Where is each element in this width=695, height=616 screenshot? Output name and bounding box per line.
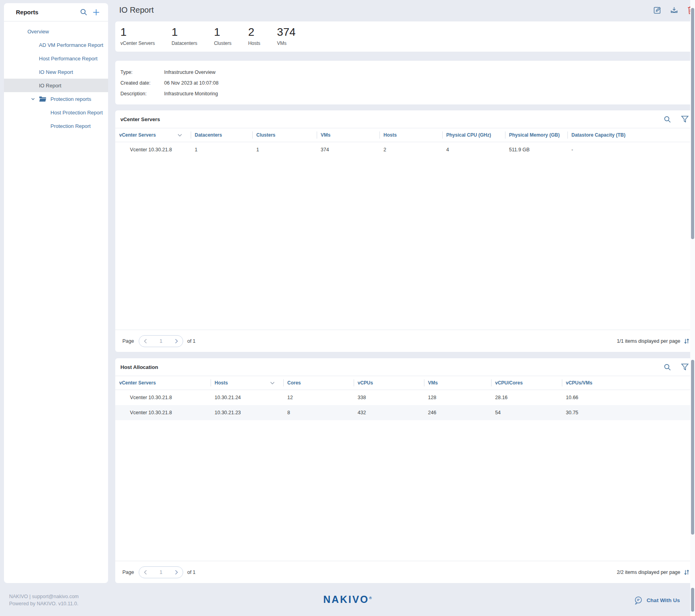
sidebar-item-io-new-report[interactable]: IO New Report	[4, 65, 108, 79]
table-search-icon[interactable]	[664, 116, 671, 123]
summary-stats-card: 1vCenter Servers1Datacenters1Clusters2Ho…	[115, 21, 695, 52]
stat-value: 1	[120, 26, 155, 39]
add-report-icon[interactable]	[92, 8, 100, 16]
column-header-physical-memory-gb[interactable]: Physical Memory (GB)	[505, 128, 567, 142]
items-per-page-icon[interactable]	[684, 569, 689, 575]
sidebar-item-label: AD VM Performance Report	[39, 42, 103, 48]
registered-mark: ®	[369, 596, 372, 600]
sidebar-item-label: Host Performance Report	[39, 56, 97, 62]
table-cell: 28.16	[491, 395, 562, 400]
nakivo-logo: NAKIVO®	[323, 594, 372, 605]
chevron-down-icon[interactable]	[31, 97, 35, 101]
page-of-label: of 1	[187, 338, 196, 344]
table-search-icon[interactable]	[664, 363, 671, 371]
chat-label: Chat With Us	[647, 597, 680, 603]
folder-icon	[39, 96, 46, 102]
page-prev-icon[interactable]	[144, 570, 147, 575]
column-header-label: VMs	[428, 380, 438, 386]
page-next-icon[interactable]	[175, 570, 178, 575]
column-header-vms[interactable]: VMs	[317, 128, 379, 142]
column-header-label: Clusters	[256, 132, 275, 138]
sidebar-item-host-performance-report[interactable]: Host Performance Report	[4, 52, 108, 65]
table-pagination: Page 1 of 1 2/2 items displayed per page	[115, 561, 695, 583]
stat-vms: 374VMs	[277, 26, 296, 52]
column-header-label: Datacenters	[195, 132, 222, 138]
column-header-vms[interactable]: VMs	[424, 376, 491, 390]
page-prev-icon[interactable]	[144, 339, 147, 344]
table-cell: 54	[491, 410, 562, 415]
table-cell: 12	[283, 395, 354, 400]
column-header-vcpu-cores[interactable]: vCPU/Cores	[491, 376, 562, 390]
panel-title: Host Allocation	[120, 364, 158, 370]
footer-support-line: NAKIVO | support@nakivo.com	[9, 593, 79, 600]
search-icon[interactable]	[80, 8, 87, 16]
report-list: OverviewAD VM Performance ReportHost Per…	[4, 21, 108, 133]
host-allocation-panel: Host Allocation vCenter ServersHostsCore…	[115, 358, 695, 583]
sidebar-item-label: Protection Report	[50, 123, 91, 129]
table-filter-icon[interactable]	[681, 116, 689, 123]
table-cell: 374	[317, 147, 379, 153]
detail-value: Infrastructure Overview	[164, 70, 215, 75]
column-header-label: Datastore Capacity (TB)	[571, 132, 625, 138]
table-cell: Vcenter 10.30.21.8	[115, 395, 211, 400]
scrollbar-thumb[interactable]	[691, 8, 694, 239]
sidebar-item-host-protection-report[interactable]: Host Protection Report	[4, 106, 108, 119]
report-details-card: Type:Infrastructure OverviewCreated date…	[115, 61, 695, 104]
table-filter-icon[interactable]	[681, 363, 689, 371]
detail-row: Type:Infrastructure Overview	[120, 67, 695, 77]
column-header-label: Hosts	[383, 132, 397, 138]
page-number[interactable]: 1	[160, 338, 163, 344]
stat-hosts: 2Hosts	[248, 26, 260, 52]
detail-label: Description:	[120, 91, 164, 97]
scrollbar-thumb[interactable]	[691, 588, 694, 612]
table-header: vCenter ServersHostsCoresvCPUsVMsvCPU/Co…	[115, 376, 695, 390]
items-per-page-icon[interactable]	[684, 338, 689, 344]
chat-icon	[634, 596, 643, 605]
pager-control: 1	[139, 566, 183, 578]
column-header-hosts[interactable]: Hosts	[211, 376, 283, 390]
column-header-label: vCPU/Cores	[495, 380, 523, 386]
sidebar-item-label: IO Report	[39, 83, 61, 89]
table-cell: 511.9 GB	[505, 147, 567, 153]
page-next-icon[interactable]	[175, 339, 178, 344]
table-cell: 10.66	[562, 395, 695, 400]
sidebar-item-protection-report[interactable]: Protection Report	[4, 119, 108, 133]
table-cell: 1	[252, 147, 317, 153]
sidebar-item-label: IO New Report	[39, 69, 73, 75]
table-cell: Vcenter 10.30.21.8	[115, 410, 211, 415]
column-header-datacenters[interactable]: Datacenters	[191, 128, 252, 142]
column-header-vcenter-servers[interactable]: vCenter Servers	[115, 128, 191, 142]
column-header-label: vCPUs/VMs	[566, 380, 592, 386]
table-cell: Vcenter 10.30.21.8	[115, 147, 191, 153]
sidebar-item-ad-vm-performance-report[interactable]: AD VM Performance Report	[4, 38, 108, 52]
table-body: Vcenter 10.30.21.81137424511.9 GB-	[115, 142, 695, 330]
sidebar-item-protection-reports[interactable]: Protection reports	[4, 92, 108, 106]
stat-label: VMs	[277, 41, 296, 46]
reports-sidebar: Reports OverviewAD VM Performance Report…	[4, 3, 108, 583]
page-number[interactable]: 1	[160, 569, 163, 575]
table-cell: 246	[424, 410, 491, 415]
column-header-label: Physical CPU (GHz)	[446, 132, 491, 138]
sidebar-item-overview[interactable]: Overview	[4, 25, 108, 38]
table-cell: 10.30.21.24	[211, 395, 283, 400]
column-header-cores[interactable]: Cores	[283, 376, 354, 390]
column-header-vcpus[interactable]: vCPUs	[354, 376, 424, 390]
table-row[interactable]: Vcenter 10.30.21.810.30.21.2384322465430…	[115, 405, 695, 420]
chat-with-us-button[interactable]: Chat With Us	[634, 596, 680, 605]
stat-value: 1	[172, 26, 197, 39]
table-row[interactable]: Vcenter 10.30.21.81137424511.9 GB-	[115, 142, 695, 157]
column-header-clusters[interactable]: Clusters	[252, 128, 317, 142]
column-header-physical-cpu-ghz[interactable]: Physical CPU (GHz)	[442, 128, 505, 142]
table-row[interactable]: Vcenter 10.30.21.810.30.21.241233812828.…	[115, 390, 695, 405]
edit-report-icon[interactable]	[653, 6, 661, 14]
column-header-label: vCPUs	[358, 380, 373, 386]
column-header-datastore-capacity-tb[interactable]: Datastore Capacity (TB)	[567, 128, 695, 142]
column-header-hosts[interactable]: Hosts	[379, 128, 442, 142]
scrollbar-thumb[interactable]	[691, 360, 694, 535]
column-header-vcpus-vms[interactable]: vCPUs/VMs	[562, 376, 695, 390]
table-cell: 338	[354, 395, 424, 400]
column-header-vcenter-servers[interactable]: vCenter Servers	[115, 376, 211, 390]
download-report-icon[interactable]	[670, 6, 678, 14]
table-cell: -	[567, 147, 695, 153]
sidebar-item-io-report[interactable]: IO Report	[4, 79, 108, 92]
